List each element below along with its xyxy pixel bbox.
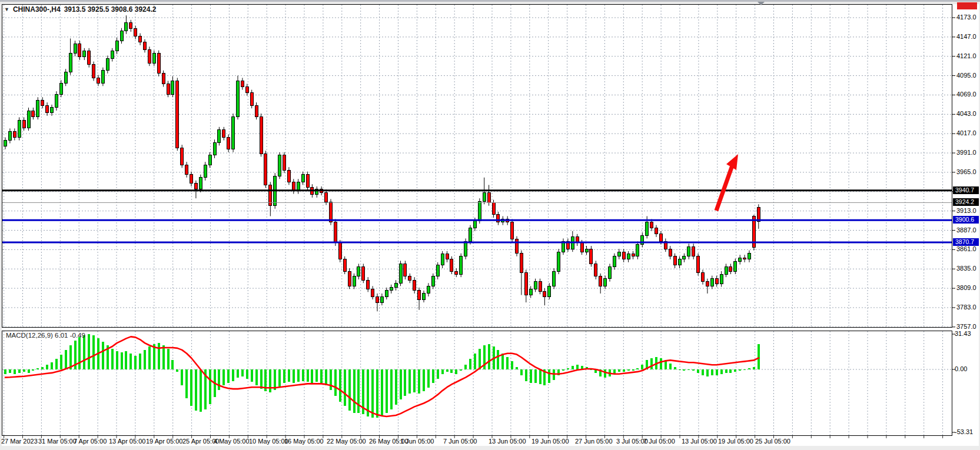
time-axis-label: 7 Jul 05:00 [643,438,675,445]
bull-candle [36,100,39,116]
chart-canvas[interactable] [0,0,980,450]
bull-candle [436,265,439,276]
macd-hist-bar [758,344,760,369]
macd-hist-bar [260,369,263,389]
macd-hist-bar [251,369,253,382]
macd-hist-bar [36,368,39,369]
bear-candle [148,49,151,63]
bull-candle [687,246,690,256]
price-tick-label: 4069.0 [956,91,976,98]
bear-candle [283,155,286,170]
bear-candle [492,203,495,215]
bear-candle [511,222,514,239]
macd-hist-bar [209,369,211,404]
bear-candle [260,116,263,154]
bull-candle [678,259,681,265]
macd-hist-bar [395,369,397,405]
macd-hist-bar [418,369,420,394]
macd-hist-bar [371,369,374,418]
bull-candle [473,221,476,228]
bull-candle [204,165,207,177]
macd-hist-bar [539,369,542,384]
macd-hist-bar [237,369,239,378]
macd-hist-bar [423,369,425,391]
macd-hist-bar [474,354,476,369]
macd-hist-bar [125,351,127,369]
time-axis-label: 7 Apr 05:00 [74,438,107,445]
bear-candle [743,258,746,259]
macd-hist-bar [711,369,713,375]
time-axis-label: 1 Jun 05:00 [400,438,434,445]
macd-hist-bar [632,369,634,371]
macd-hist-bar [134,356,137,369]
time-axis-label: 19 Apr 05:00 [146,438,182,445]
macd-hist-bar [181,369,183,385]
macd-hist-bar [501,354,504,369]
bear-candle [516,239,519,254]
chevron-down-icon[interactable]: ▼ [4,6,9,12]
bull-candle [748,254,751,259]
price-tick-label: 4147.0 [956,33,976,40]
bear-candle [376,296,379,302]
macd-hist-bar [692,369,695,371]
macd-hist-bar [162,345,165,369]
bear-candle [632,254,634,256]
macd-hist-bar [92,335,95,370]
price-line-badge[interactable]: 3924.2 [953,198,979,206]
price-line-badge[interactable]: 3900.6 [953,216,979,224]
macd-hist-bar [60,355,62,369]
bull-candle [390,288,393,291]
bull-candle [613,256,616,267]
bear-candle [692,246,695,256]
macd-hist-bar [706,369,709,376]
macd-hist-bar [460,369,462,371]
macd-hist-bar [348,369,351,411]
macd-hist-bar [479,349,481,369]
bull-candle [111,51,114,59]
macd-hist-bar [232,369,234,381]
macd-hist-bar [51,362,53,369]
macd-tick-label: -53.31 [955,428,973,435]
macd-hist-bar [739,369,741,371]
macd-hist-bar [441,369,444,374]
bear-candle [599,276,602,286]
bear-candle [524,273,527,295]
bear-candle [673,256,676,265]
bull-candle [557,252,560,271]
macd-hist-bar [511,361,513,369]
bear-candle [650,222,653,228]
bear-candle [330,202,333,222]
bull-candle [609,266,612,278]
bull-candle [460,256,463,274]
macd-hist-bar [687,369,690,370]
bear-candle [88,51,91,65]
bear-candle [487,192,490,203]
bull-candle [353,276,356,286]
bear-candle [157,54,160,74]
bull-candle [427,286,430,294]
annotation-marker[interactable] [957,2,977,9]
bull-candle [534,282,537,289]
price-line-badge[interactable]: 3940.7 [953,186,979,194]
macd-hist-bar [121,352,123,369]
macd-hist-bar [144,350,146,369]
price-line-badge[interactable]: 3870.7 [953,238,979,246]
chart-background [0,4,980,450]
macd-hist-bar [46,365,48,369]
bear-candle [250,93,253,105]
bull-candle [55,94,58,108]
bear-candle [92,65,95,78]
chart-shift-marker-icon[interactable] [758,2,765,5]
price-tick-label: 4043.0 [956,110,976,117]
bull-candle [101,71,104,83]
macd-tick-label: 0.00 [955,365,967,372]
macd-hist-bar [55,359,58,369]
bear-candle [408,276,411,280]
macd-indicator-label: MACD(12,26,9) 6.01 -0.49 [6,332,85,339]
price-tick-label: 3783.0 [956,304,976,311]
bull-candle [232,116,235,149]
macd-hist-bar [330,369,332,390]
time-axis-label: 13 Apr 05:00 [109,438,145,445]
price-tick-label: 4121.0 [956,52,976,59]
bear-candle [241,81,244,86]
